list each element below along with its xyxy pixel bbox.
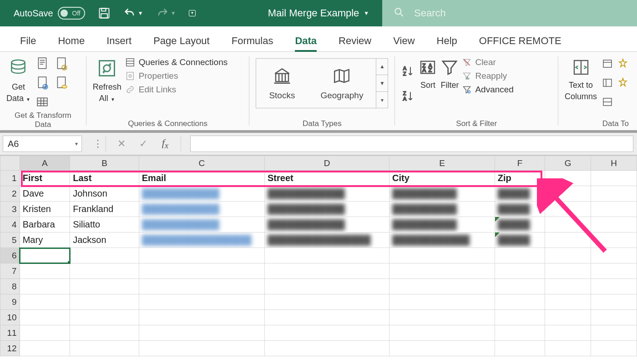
- sort-desc-button[interactable]: ZA: [401, 89, 415, 103]
- cell[interactable]: Jackson: [70, 233, 139, 248]
- cell[interactable]: [70, 325, 139, 341]
- cell[interactable]: [264, 294, 389, 310]
- chevron-down-icon[interactable]: ▼: [376, 75, 388, 92]
- cell[interactable]: [70, 263, 139, 279]
- cell[interactable]: [139, 341, 264, 356]
- cell[interactable]: [495, 248, 545, 263]
- cell[interactable]: Johnson: [70, 186, 139, 202]
- reapply-button[interactable]: Reapply: [462, 71, 514, 81]
- cell[interactable]: [591, 202, 637, 217]
- row-header[interactable]: 3: [0, 202, 20, 217]
- gallery-scroll[interactable]: ▲ ▼ ▾: [376, 58, 388, 108]
- save-button[interactable]: [98, 7, 111, 20]
- row-header[interactable]: 10: [0, 310, 20, 325]
- search-box[interactable]: [382, 0, 637, 26]
- select-all-corner[interactable]: [0, 156, 20, 171]
- autosave-toggle[interactable]: AutoSave Off: [14, 7, 85, 20]
- cell[interactable]: [70, 341, 139, 356]
- cell[interactable]: [20, 325, 70, 341]
- redo-button[interactable]: ▼: [156, 7, 176, 20]
- cell[interactable]: [389, 294, 495, 310]
- column-header-E[interactable]: E: [389, 156, 495, 171]
- relationships-icon[interactable]: [601, 94, 614, 110]
- cell[interactable]: [591, 233, 637, 248]
- cell[interactable]: [139, 294, 264, 310]
- geography-button[interactable]: Geography: [308, 63, 376, 104]
- search-input[interactable]: [413, 7, 626, 20]
- cell[interactable]: ████████████: [264, 186, 389, 202]
- cell[interactable]: [495, 263, 545, 279]
- cell[interactable]: First: [20, 171, 70, 186]
- cell[interactable]: [264, 310, 389, 325]
- cell[interactable]: █████: [495, 233, 545, 248]
- cell[interactable]: Mary: [20, 233, 70, 248]
- cell[interactable]: [545, 248, 591, 263]
- cell[interactable]: [545, 294, 591, 310]
- chevron-down-icon[interactable]: ▼: [171, 10, 176, 16]
- remove-duplicates-icon[interactable]: [617, 56, 631, 72]
- cell[interactable]: [389, 310, 495, 325]
- column-header-G[interactable]: G: [545, 156, 591, 171]
- cell[interactable]: █████: [495, 217, 545, 233]
- column-header-F[interactable]: F: [495, 156, 545, 171]
- cell[interactable]: [139, 325, 264, 341]
- text-to-columns-button[interactable]: Text to Columns: [565, 58, 597, 101]
- qat-customize-icon[interactable]: ▼: [189, 10, 196, 16]
- row-header[interactable]: 5: [0, 233, 20, 248]
- cell[interactable]: [264, 248, 389, 263]
- cell[interactable]: ████████████: [139, 202, 264, 217]
- column-header-B[interactable]: B: [70, 156, 139, 171]
- cell[interactable]: █████████████████: [139, 233, 264, 248]
- cell[interactable]: [495, 279, 545, 294]
- cell[interactable]: [20, 279, 70, 294]
- cell[interactable]: ████████████: [139, 186, 264, 202]
- cell[interactable]: [70, 279, 139, 294]
- cell[interactable]: [20, 294, 70, 310]
- cell[interactable]: [139, 263, 264, 279]
- cell[interactable]: [545, 263, 591, 279]
- tab-insert[interactable]: Insert: [96, 35, 142, 51]
- cell[interactable]: [389, 279, 495, 294]
- cell[interactable]: [545, 279, 591, 294]
- tab-formulas[interactable]: Formulas: [221, 35, 284, 51]
- cell[interactable]: [545, 186, 591, 202]
- cell[interactable]: [70, 248, 139, 263]
- cell[interactable]: Last: [70, 171, 139, 186]
- cell[interactable]: █████: [495, 202, 545, 217]
- cell[interactable]: [20, 263, 70, 279]
- cell[interactable]: [389, 341, 495, 356]
- cell[interactable]: [591, 325, 637, 341]
- cell-selected[interactable]: [20, 248, 70, 263]
- refresh-all-button[interactable]: Refresh All ▼: [93, 58, 121, 103]
- cell[interactable]: [495, 310, 545, 325]
- advanced-button[interactable]: Advanced: [462, 85, 514, 95]
- column-header-A[interactable]: A: [20, 156, 70, 171]
- column-header-C[interactable]: C: [139, 156, 264, 171]
- existing-connections-icon[interactable]: [53, 75, 70, 91]
- cell[interactable]: [264, 263, 389, 279]
- cell[interactable]: [591, 294, 637, 310]
- tab-office-remote[interactable]: OFFICE REMOTE: [468, 35, 572, 51]
- consolidate-icon[interactable]: [617, 75, 631, 91]
- cell[interactable]: ██████████: [389, 202, 495, 217]
- chevron-up-icon[interactable]: ▲: [376, 58, 388, 75]
- from-text-icon[interactable]: [34, 56, 51, 72]
- cell[interactable]: [70, 310, 139, 325]
- cell[interactable]: Barbara: [20, 217, 70, 233]
- cell[interactable]: [495, 341, 545, 356]
- cell[interactable]: ████████████: [139, 217, 264, 233]
- cell[interactable]: [389, 263, 495, 279]
- cell[interactable]: [139, 279, 264, 294]
- toggle-track[interactable]: Off: [58, 7, 85, 20]
- tab-help[interactable]: Help: [426, 35, 468, 51]
- row-header[interactable]: 11: [0, 325, 20, 341]
- chevron-down-icon[interactable]: ▼: [138, 10, 143, 16]
- cell[interactable]: ██████████: [389, 186, 495, 202]
- queries-connections-button[interactable]: Queries & Connections: [125, 57, 228, 67]
- tab-page-layout[interactable]: Page Layout: [142, 35, 221, 51]
- tab-file[interactable]: File: [9, 35, 47, 51]
- row-header[interactable]: 4: [0, 217, 20, 233]
- cell[interactable]: Dave: [20, 186, 70, 202]
- recent-sources-icon[interactable]: [53, 56, 70, 72]
- cell[interactable]: [545, 341, 591, 356]
